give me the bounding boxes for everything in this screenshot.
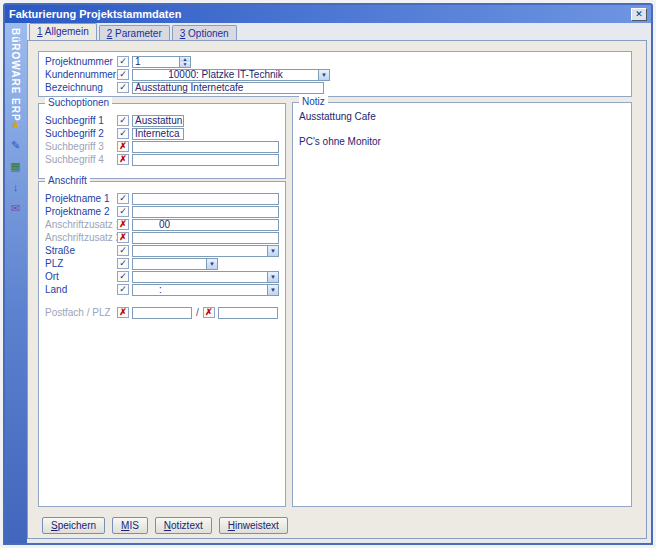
project-header-group: Projektnummer ✓ 1 ▲ ▼ Kundennummer ✓ 100… [38,51,632,97]
notiztext-button[interactable]: Notiztext [155,517,212,534]
button-label: Notiztext [164,520,203,531]
tab-bar: 1 Allgemein 2 Parameter 3 Optionen [27,23,651,40]
check-icon[interactable]: ✓ [117,82,129,93]
projektnummer-label: Projektnummer [45,56,117,67]
strasse-label: Straße [45,245,117,256]
check-icon[interactable]: ✓ [117,271,129,282]
postfach-input[interactable] [132,307,192,319]
x-icon[interactable]: ✗ [117,219,129,230]
anschriftzusatz1-label: Anschriftzusatz 1 [45,219,117,230]
tab-label: 2 Parameter [107,28,162,39]
plz-label: PLZ [45,258,117,269]
app-window: Fakturierung Projektstammdaten ✕ BüROWAR… [3,3,653,545]
titlebar: Fakturierung Projektstammdaten ✕ [5,5,651,23]
button-label: Hinweistext [228,520,279,531]
tab-allgemein[interactable]: 1 Allgemein [29,23,97,40]
strasse-select[interactable]: ▼ [132,245,279,257]
check-icon[interactable]: ✓ [117,245,129,256]
tab-optionen[interactable]: 3 Optionen [172,25,237,40]
group-title: Suchoptionen [45,97,112,109]
mail-icon[interactable]: ✉ [8,201,23,216]
projektnummer-stepper[interactable]: ▲ ▼ [180,56,191,68]
postfach-plz-input[interactable] [218,307,278,319]
sidebar: BüROWARE ERP ★ ✎ ▦ ↓ ✉ [5,23,27,543]
main-area: 1 Allgemein 2 Parameter 3 Optionen Proje… [27,23,651,543]
spinner-down-icon[interactable]: ▼ [180,62,190,67]
suchoptionen-group: Suchoptionen Suchbegriff 1 ✓ Ausstattun … [38,103,286,179]
check-icon[interactable]: ✓ [117,258,129,269]
notiz-group: Notiz Ausstattung Cafe PC's ohne Monitor [292,102,632,507]
projektname1-row: Projektname 1 ✓ [39,192,285,205]
x-icon[interactable]: ✗ [117,154,129,165]
button-label: MIS [121,520,139,531]
sidebar-toolbar: ★ ✎ ▦ ↓ ✉ [8,117,23,216]
suchbegriff3-input[interactable] [132,141,279,153]
suchbegriff3-row: Suchbegriff 3 ✗ [39,140,285,153]
chevron-down-icon[interactable]: ▼ [267,245,279,257]
suchbegriff2-input[interactable]: Internetca [132,128,184,140]
mis-button[interactable]: MIS [112,517,148,534]
close-icon[interactable]: ✕ [631,8,647,21]
notiz-textarea[interactable]: Ausstattung Cafe PC's ohne Monitor [293,103,631,155]
suchbegriff2-label: Suchbegriff 2 [45,128,117,139]
kundennummer-label: Kundennummer [45,69,117,80]
kundennummer-select[interactable]: 10000: Platzke IT-Technik ▼ [132,69,330,81]
land-select[interactable]: : ▼ [132,284,279,296]
chevron-down-icon[interactable]: ▼ [206,258,218,270]
suchbegriff4-label: Suchbegriff 4 [45,154,117,165]
land-value[interactable]: : [132,284,267,296]
projektnummer-input[interactable]: 1 [132,56,180,68]
chevron-down-icon[interactable]: ▼ [318,69,330,81]
x-icon[interactable]: ✗ [117,232,129,243]
plz-row: PLZ ✓ ▼ [39,257,285,270]
projektname1-input[interactable] [132,193,279,205]
check-icon[interactable]: ✓ [117,206,129,217]
anschriftzusatz1-row: Anschriftzusatz 1 ✗ 00 [39,218,285,231]
edit-icon[interactable]: ✎ [8,138,23,153]
favorites-icon[interactable]: ★ [8,117,23,132]
chevron-down-icon[interactable]: ▼ [267,271,279,283]
speichern-button[interactable]: Speichern [42,517,105,534]
suchbegriff1-input[interactable]: Ausstattun [132,115,184,127]
x-icon[interactable]: ✗ [117,141,129,152]
check-icon[interactable]: ✓ [117,69,129,80]
projektname2-row: Projektname 2 ✓ [39,205,285,218]
projektname2-input[interactable] [132,206,279,218]
hinweistext-button[interactable]: Hinweistext [219,517,288,534]
download-icon[interactable]: ↓ [8,180,23,195]
land-label: Land [45,284,117,295]
projektname1-label: Projektname 1 [45,193,117,204]
tab-page-allgemein: Projektnummer ✓ 1 ▲ ▼ Kundennummer ✓ 100… [27,40,647,539]
check-icon[interactable]: ✓ [117,128,129,139]
grid-icon[interactable]: ▦ [8,159,23,174]
window-title: Fakturierung Projektstammdaten [9,8,181,20]
postfach-label: Postfach / PLZ [45,307,117,318]
check-icon[interactable]: ✓ [117,115,129,126]
tab-label: 1 Allgemein [37,26,89,37]
bezeichnung-input[interactable]: Ausstattung Internetcafe [132,82,324,94]
anschriftzusatz1-input[interactable]: 00 [132,219,279,231]
strasse-value[interactable] [132,245,267,257]
chevron-down-icon[interactable]: ▼ [267,284,279,296]
brand-logo: BüROWARE ERP [10,23,21,122]
bezeichnung-row: Bezeichnung ✓ Ausstattung Internetcafe [39,81,631,94]
x-icon[interactable]: ✗ [203,307,215,318]
x-icon[interactable]: ✗ [117,307,129,318]
land-row: Land ✓ : ▼ [39,283,285,296]
tab-parameter[interactable]: 2 Parameter [99,25,170,40]
tab-label: 3 Optionen [180,28,229,39]
ort-select[interactable]: ▼ [132,271,279,283]
check-icon[interactable]: ✓ [117,284,129,295]
check-icon[interactable]: ✓ [117,193,129,204]
check-icon[interactable]: ✓ [117,56,129,67]
plz-select[interactable]: ▼ [132,258,218,270]
ort-value[interactable] [132,271,267,283]
notiz-line: Ausstattung Cafe [299,111,625,122]
kundennummer-value[interactable]: 10000: Platzke IT-Technik [132,69,318,81]
button-row: Speichern MIS Notiztext Hinweistext [42,517,288,534]
suchbegriff4-input[interactable] [132,154,279,166]
anschriftzusatz2-input[interactable] [132,232,279,244]
projektnummer-row: Projektnummer ✓ 1 ▲ ▼ [39,55,631,68]
plz-value[interactable] [132,258,206,270]
anschriftzusatz2-row: Anschriftzusatz 2 ✗ [39,231,285,244]
